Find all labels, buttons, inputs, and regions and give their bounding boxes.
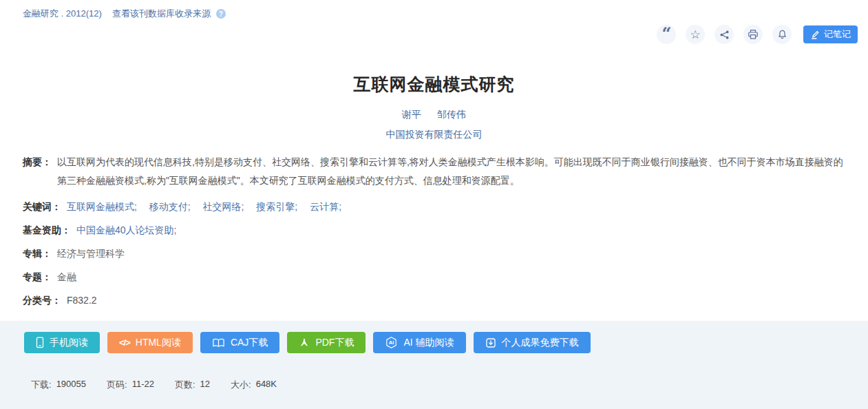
downloads-value: 190055 <box>56 379 86 391</box>
affiliation-row: 中国投资有限责任公司 <box>0 129 868 141</box>
clc-label: 分类号： <box>23 293 61 307</box>
author-link[interactable]: 谢平 <box>402 109 421 121</box>
mobile-read-button[interactable]: 手机阅读 <box>24 332 100 353</box>
page-count-stat: 页数: 12 <box>175 379 210 391</box>
clc-row: 分类号： F832.2 <box>23 293 851 307</box>
keywords-label: 关键词： <box>23 200 61 213</box>
keyword-link[interactable]: 社交网络; <box>203 201 244 212</box>
bell-icon <box>777 29 787 40</box>
clc-value: F832.2 <box>67 293 97 307</box>
keyword-link[interactable]: 搜索引擎; <box>256 201 297 212</box>
article-title: 互联网金融模式研究 <box>0 73 868 95</box>
pdf-download-label: PDF下载 <box>315 337 354 349</box>
affiliation-link[interactable]: 中国投资有限责任公司 <box>386 129 483 140</box>
author-row: 谢平 邹传伟 <box>0 109 868 121</box>
page-range-label: 页码: <box>107 379 127 391</box>
personal-free-download-button[interactable]: 个人成果免费下载 <box>474 332 591 353</box>
page-count-value: 12 <box>200 379 210 391</box>
file-size-value: 648K <box>256 379 277 391</box>
keyword-link[interactable]: 云计算; <box>310 201 341 212</box>
metadata-section: 摘要： 以互联网为代表的现代信息科技,特别是移动支付、社交网络、搜索引擎和云计算… <box>23 153 851 307</box>
pdf-icon <box>299 337 310 348</box>
abstract-text: 以互联网为代表的现代信息科技,特别是移动支付、社交网络、搜索引擎和云计算等,将对… <box>57 153 851 190</box>
author-link[interactable]: 邹传伟 <box>437 109 466 121</box>
article-detail-page: 金融研究 . 2012(12) 查看该刊数据库收录来源 ? “ ☆ <box>0 0 868 409</box>
svg-text:AI: AI <box>389 339 394 346</box>
downloads-label: 下载: <box>31 379 52 391</box>
topic-value: 金融 <box>57 270 76 284</box>
favorite-button[interactable]: ☆ <box>686 25 705 44</box>
file-size-label: 大小: <box>231 379 251 391</box>
quote-icon: “ <box>662 30 671 39</box>
fund-row: 基金资助： 中国金融40人论坛资助; <box>23 223 851 237</box>
journal-info-row: 金融研究 . 2012(12) 查看该刊数据库收录来源 ? <box>0 0 868 20</box>
pencil-icon <box>810 30 820 39</box>
topic-label: 专题： <box>23 270 52 284</box>
share-icon <box>719 30 730 40</box>
journal-issue-link[interactable]: 金融研究 . 2012(12) <box>23 8 102 20</box>
help-icon[interactable]: ? <box>216 9 226 19</box>
take-notes-button[interactable]: 记笔记 <box>803 25 858 43</box>
share-button[interactable] <box>714 25 734 44</box>
keywords-row: 关键词： 互联网金融模式; 移动支付; 社交网络; 搜索引擎; 云计算; <box>23 200 851 213</box>
ai-assisted-read-label: AI 辅助阅读 <box>403 337 454 349</box>
print-button[interactable] <box>743 25 763 44</box>
personal-free-download-label: 个人成果免费下载 <box>502 337 579 349</box>
download-button-row: 手机阅读 </> HTML阅读 CAJ下载 PDF下载 <box>24 332 868 353</box>
page-range-value: 11-22 <box>132 379 154 391</box>
mobile-read-label: 手机阅读 <box>50 337 88 349</box>
html-read-button[interactable]: </> HTML阅读 <box>107 332 193 353</box>
take-notes-label: 记笔记 <box>824 28 851 41</box>
book-icon <box>212 337 225 348</box>
page-range-stat: 页码: 11-22 <box>107 379 154 391</box>
printer-icon <box>748 29 759 40</box>
caj-download-button[interactable]: CAJ下载 <box>200 332 279 353</box>
pdf-download-button[interactable]: PDF下载 <box>287 332 366 353</box>
code-icon: </> <box>119 337 130 348</box>
html-read-label: HTML阅读 <box>136 337 181 349</box>
fund-link[interactable]: 中国金融40人论坛资助; <box>76 223 176 237</box>
star-icon: ☆ <box>690 29 700 41</box>
album-label: 专辑： <box>23 247 52 260</box>
caj-download-label: CAJ下载 <box>231 337 268 349</box>
phone-icon <box>36 337 44 348</box>
album-value: 经济与管理科学 <box>57 247 125 260</box>
fund-label: 基金资助： <box>23 223 71 237</box>
keyword-link[interactable]: 互联网金融模式; <box>67 201 137 212</box>
abstract-row: 摘要： 以互联网为代表的现代信息科技,特别是移动支付、社交网络、搜索引擎和云计算… <box>23 153 851 190</box>
cite-button[interactable]: “ <box>657 25 676 44</box>
keyword-link[interactable]: 移动支付; <box>149 201 191 212</box>
download-section: 手机阅读 </> HTML阅读 CAJ下载 PDF下载 <box>0 321 868 409</box>
file-size-stat: 大小: 648K <box>231 379 277 391</box>
topic-row: 专题： 金融 <box>23 270 851 284</box>
page-count-label: 页数: <box>175 379 195 391</box>
database-source-link[interactable]: 查看该刊数据库收录来源 <box>112 8 211 20</box>
article-action-row: “ ☆ <box>0 25 868 44</box>
ai-icon: AI <box>385 336 398 349</box>
alert-button[interactable] <box>772 25 792 44</box>
abstract-label: 摘要： <box>23 153 52 190</box>
album-row: 专辑： 经济与管理科学 <box>23 247 851 260</box>
download-box-icon <box>485 337 496 348</box>
ai-assisted-read-button[interactable]: AI AI 辅助阅读 <box>373 332 465 353</box>
downloads-stat: 下载: 190055 <box>31 379 86 391</box>
article-stats-row: 下载: 190055 页码: 11-22 页数: 12 大小: 648K <box>24 379 868 391</box>
